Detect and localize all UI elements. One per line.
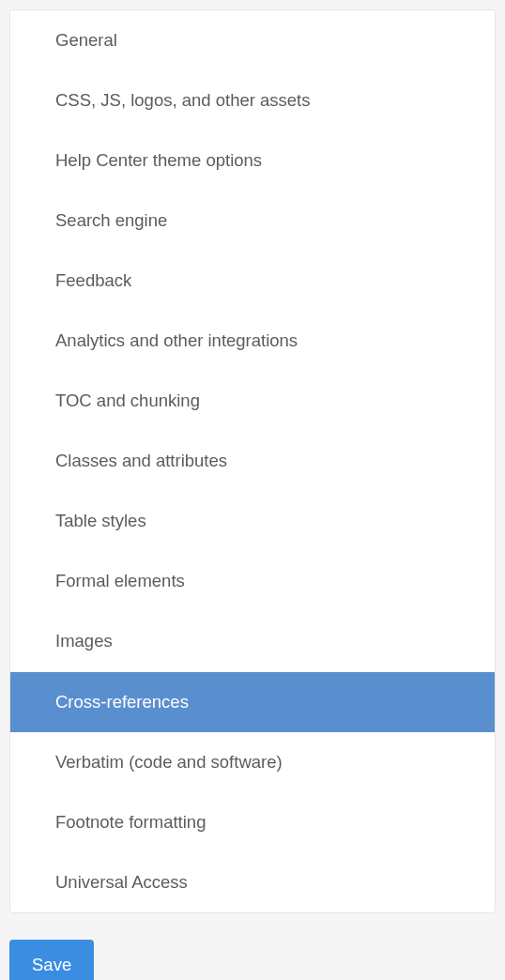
nav-item-css-js-assets[interactable]: CSS, JS, logos, and other assets: [10, 70, 495, 130]
nav-item-verbatim[interactable]: Verbatim (code and software): [10, 732, 495, 792]
nav-item-search-engine[interactable]: Search engine: [10, 191, 495, 251]
save-button[interactable]: Save: [9, 940, 94, 980]
nav-item-classes-attributes[interactable]: Classes and attributes: [10, 431, 495, 491]
nav-item-toc-chunking[interactable]: TOC and chunking: [10, 371, 495, 431]
nav-item-universal-access[interactable]: Universal Access: [10, 852, 495, 912]
nav-item-general[interactable]: General: [10, 10, 495, 70]
nav-item-help-center-theme[interactable]: Help Center theme options: [10, 130, 495, 191]
nav-item-images[interactable]: Images: [10, 611, 495, 671]
settings-nav-panel: General CSS, JS, logos, and other assets…: [9, 9, 496, 913]
nav-item-feedback[interactable]: Feedback: [10, 251, 495, 311]
nav-item-formal-elements[interactable]: Formal elements: [10, 551, 495, 611]
nav-item-analytics-integrations[interactable]: Analytics and other integrations: [10, 311, 495, 371]
nav-item-cross-references[interactable]: Cross-references: [10, 672, 495, 732]
nav-item-footnote-formatting[interactable]: Footnote formatting: [10, 792, 495, 852]
nav-item-table-styles[interactable]: Table styles: [10, 491, 495, 551]
